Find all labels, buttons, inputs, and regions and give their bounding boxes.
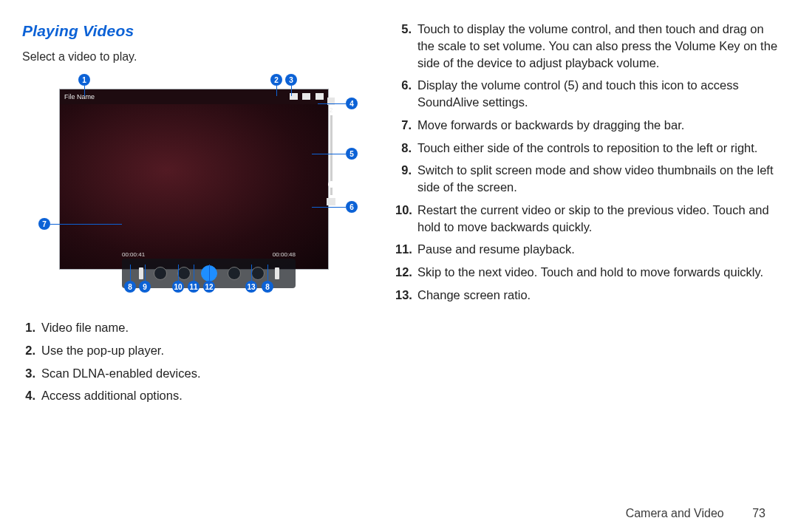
callout-13: 13	[245, 281, 257, 293]
list-number: 3.	[22, 365, 41, 382]
lead-6	[312, 207, 346, 208]
time-current: 00:00:41	[122, 251, 145, 258]
intro-text: Select a video to play.	[22, 50, 373, 64]
page-footer: Camera and Video 73	[626, 507, 765, 520]
prev-button[interactable]	[177, 267, 191, 280]
list-item: 3.Scan DLNA-enabled devices.	[22, 365, 373, 382]
list-text: Use the pop-up player.	[41, 342, 164, 359]
list-number: 8.	[395, 140, 417, 157]
list-item: 10.Restart the current video or skip to …	[395, 202, 780, 236]
split-screen-button[interactable]	[154, 267, 167, 280]
volume-track[interactable]	[330, 115, 332, 195]
list-text: Switch to split screen mode and show vid…	[417, 162, 780, 196]
callout-2: 2	[270, 74, 282, 86]
lead-10	[178, 265, 179, 281]
list-number: 6.	[395, 77, 417, 111]
list-text: Change screen ratio.	[417, 287, 531, 304]
callout-3: 3	[285, 74, 297, 86]
list-item: 2.Use the pop-up player.	[22, 342, 373, 359]
list-text: Display the volume control (5) and touch…	[417, 77, 780, 111]
next-button[interactable]	[228, 267, 241, 280]
list-number: 1.	[22, 319, 41, 336]
callout-1: 1	[78, 74, 90, 86]
list-item: 11.Pause and resume playback.	[395, 241, 780, 258]
chapter-name: Camera and Video	[626, 507, 724, 519]
lead-12	[209, 265, 210, 281]
list-item: 12.Skip to the next video. Touch and hol…	[395, 264, 780, 281]
list-item: 8.Touch either side of the controls to r…	[395, 140, 780, 157]
time-total: 00:00:48	[273, 251, 296, 258]
lead-13	[251, 265, 252, 281]
list-text: Skip to the next video. Touch and hold t…	[417, 264, 763, 281]
list-number: 11.	[395, 241, 417, 258]
list-text: Pause and resume playback.	[417, 241, 575, 258]
lead-11	[194, 265, 194, 281]
lead-8b	[267, 265, 268, 281]
player-figure: File Name 2 00:00:41	[52, 74, 369, 303]
list-number: 13.	[395, 287, 417, 304]
lead-2	[276, 86, 277, 96]
lead-8	[130, 265, 131, 281]
callout-8: 8	[124, 281, 136, 293]
list-item: 13.Change screen ratio.	[395, 287, 780, 304]
soundalive-icon[interactable]	[327, 198, 335, 205]
left-list: 1.Video file name.2.Use the pop-up playe…	[22, 319, 373, 404]
list-text: Video file name.	[41, 319, 129, 336]
volume-overlay[interactable]: 2	[322, 98, 340, 205]
list-number: 7.	[395, 117, 417, 134]
right-list: 5.Touch to display the volume control, a…	[395, 21, 780, 304]
list-item: 6.Display the volume control (5) and tou…	[395, 77, 780, 111]
file-name-label: File Name	[64, 93, 95, 100]
lead-4	[318, 103, 346, 104]
section-heading: Playing Videos	[22, 22, 373, 40]
callout-4: 4	[346, 98, 358, 109]
list-number: 12.	[395, 264, 417, 281]
volume-thumb[interactable]	[328, 181, 335, 188]
list-item: 9.Switch to split screen mode and show v…	[395, 162, 780, 196]
drag-handle-left[interactable]	[139, 267, 143, 279]
list-text: Touch either side of the controls to rep…	[417, 140, 757, 157]
list-number: 4.	[22, 387, 41, 404]
callout-10: 10	[172, 281, 184, 293]
dlna-icon[interactable]	[302, 93, 310, 100]
callout-12: 12	[203, 281, 215, 293]
list-item: 4.Access additional options.	[22, 387, 373, 404]
lead-3	[291, 86, 292, 96]
volume-value: 2	[329, 106, 332, 114]
lead-1	[84, 86, 85, 96]
list-text: Scan DLNA-enabled devices.	[41, 365, 201, 382]
callout-7: 7	[38, 218, 50, 230]
drag-handle-right[interactable]	[275, 267, 279, 279]
list-number: 5.	[395, 21, 417, 71]
callout-8b: 8	[262, 281, 273, 293]
list-text: Access additional options.	[41, 387, 183, 404]
list-text: Restart the current video or skip to the…	[417, 202, 780, 236]
video-area[interactable]	[60, 104, 328, 269]
list-number: 2.	[22, 342, 41, 359]
list-item: 1.Video file name.	[22, 319, 373, 336]
list-text: Touch to display the volume control, and…	[417, 21, 780, 71]
lead-5	[312, 154, 346, 154]
list-text: Move forwards or backwards by dragging t…	[417, 117, 684, 134]
screen-ratio-button[interactable]	[251, 267, 265, 280]
list-number: 9.	[395, 162, 417, 196]
lead-9	[145, 265, 146, 281]
lead-7	[50, 224, 122, 225]
list-number: 10.	[395, 202, 417, 236]
page-number: 73	[752, 507, 765, 519]
list-item: 5.Touch to display the volume control, a…	[395, 21, 780, 71]
callout-6: 6	[346, 201, 358, 213]
callout-5: 5	[346, 148, 358, 160]
callout-11: 11	[188, 281, 200, 293]
list-item: 7.Move forwards or backwards by dragging…	[395, 117, 780, 134]
callout-9: 9	[139, 281, 151, 293]
